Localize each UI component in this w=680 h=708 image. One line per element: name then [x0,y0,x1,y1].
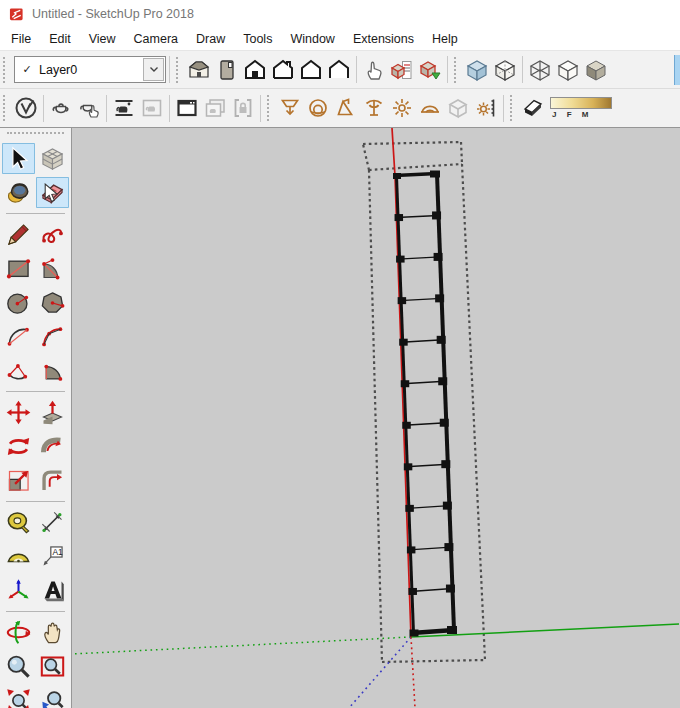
xray-button[interactable] [463,55,491,84]
toolbar-grip[interactable] [454,57,459,83]
pie-button[interactable] [36,355,69,386]
top-view-button[interactable] [213,55,241,84]
component-attributes-button[interactable] [416,55,444,84]
toolbar-grip[interactable] [267,95,272,121]
make-component-button[interactable] [36,143,69,174]
spot-light-button[interactable] [332,94,360,123]
toolbar-divider [356,56,357,83]
pan-button[interactable] [36,617,69,648]
render-interactive-button[interactable] [75,94,103,123]
scale-button[interactable] [2,465,35,496]
frame-buffer-button[interactable] [173,94,201,123]
three-point-arc-button[interactable] [2,355,35,386]
rotate-button[interactable] [2,431,35,462]
drawing-canvas[interactable] [72,128,680,708]
left-view-button[interactable] [325,55,353,84]
shaded-textures-button-partial[interactable] [674,55,680,85]
toolbar-grip[interactable] [176,57,181,83]
render-button[interactable] [47,94,75,123]
rectangle-button[interactable] [2,253,35,284]
right-view-button[interactable] [269,55,297,84]
toolbar-divider [447,56,448,83]
plane-light-icon [278,96,302,120]
red-axis-dotted [411,637,415,708]
select-button[interactable] [2,143,35,174]
shadows-toggle-button[interactable] [519,94,547,123]
offset-icon [39,467,66,494]
zoom-button[interactable] [2,651,35,682]
protractor-button[interactable] [2,541,35,572]
shadow-date-gradient[interactable] [550,97,612,109]
dome-light-button[interactable] [416,94,444,123]
back-edges-button[interactable] [491,55,519,84]
sun-light-button[interactable] [472,94,500,123]
eraser-button[interactable] [36,177,69,208]
arc-button[interactable] [2,321,35,352]
previous-button[interactable] [36,685,69,708]
component-options-button[interactable] [388,55,416,84]
toolbar-grip[interactable] [3,95,8,121]
toolbar-grip[interactable] [3,57,8,83]
zoom-icon [5,653,32,680]
back-view-button[interactable] [297,55,325,84]
menu-edit[interactable]: Edit [40,29,80,49]
line-button[interactable] [2,219,35,250]
iso-view-button[interactable] [185,55,213,84]
menu-camera[interactable]: Camera [125,29,187,49]
dimensions-button[interactable] [36,507,69,538]
selection-box-edge [382,660,485,662]
two-point-arc-button[interactable] [36,321,69,352]
front-view-button[interactable] [241,55,269,84]
menu-tools[interactable]: Tools [234,29,281,49]
follow-me-button[interactable] [36,431,69,462]
freehand-button[interactable] [36,219,69,250]
interact-button[interactable] [360,55,388,84]
shaded-button[interactable] [582,55,610,84]
palette-row [0,395,71,429]
batch-render-button [201,94,229,123]
text-button[interactable]: A1 [36,541,69,572]
toolbar-grip[interactable] [510,95,515,121]
layer-dropdown[interactable]: ✓Layer0 [14,56,166,83]
chevron-down-icon[interactable] [143,58,164,81]
zoom-extents-button[interactable] [2,685,35,708]
menu-extensions[interactable]: Extensions [344,29,423,49]
axes-button[interactable] [2,575,35,606]
menu-file[interactable]: File [2,29,40,49]
left-view-icon [327,58,351,82]
pan-icon [39,619,66,646]
wireframe-icon [528,58,552,82]
rotated-rectangle-button[interactable] [36,253,69,284]
push-pull-button[interactable] [36,397,69,428]
palette-row [0,683,71,708]
zoom-window-button[interactable] [36,651,69,682]
plane-light-button[interactable] [276,94,304,123]
paint-bucket-button[interactable] [2,177,35,208]
render-viewport-button[interactable] [110,94,138,123]
3d-text-button[interactable] [36,575,69,606]
ies-light-button[interactable] [360,94,388,123]
orbit-button[interactable] [2,617,35,648]
sketchup-logo-icon [9,7,24,22]
hidden-line-button[interactable] [554,55,582,84]
toolbar-divider [106,95,107,122]
menu-draw[interactable]: Draw [187,29,234,49]
menu-help[interactable]: Help [423,29,467,49]
vray-button[interactable] [12,94,40,123]
omni-light-button[interactable] [388,94,416,123]
ladder-joint [432,211,441,219]
menu-window[interactable]: Window [281,29,343,49]
wireframe-button[interactable] [526,55,554,84]
palette-row [0,615,71,649]
circle-button[interactable] [2,287,35,318]
palette-grip[interactable] [7,132,64,138]
offset-button[interactable] [36,465,69,496]
move-button[interactable] [2,397,35,428]
orbit-icon [5,619,32,646]
selection-box-edge [369,170,382,662]
polygon-button[interactable] [36,287,69,318]
tape-measure-button[interactable] [2,507,35,538]
shadow-date-slider[interactable]: J F M [550,97,612,119]
sphere-light-button[interactable] [304,94,332,123]
menu-view[interactable]: View [80,29,125,49]
